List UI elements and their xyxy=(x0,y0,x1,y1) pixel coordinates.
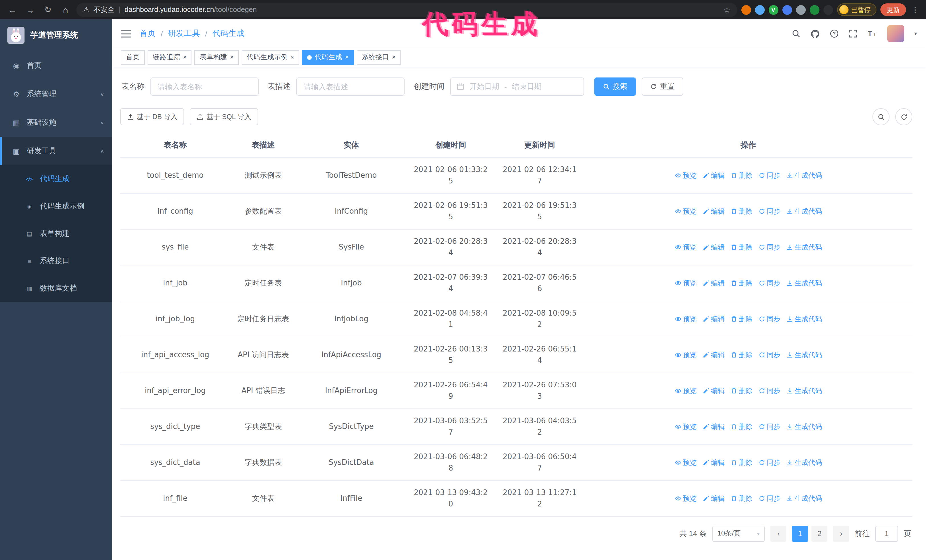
sidebar-subitem[interactable]: ▥ 数据库文档 xyxy=(0,275,112,302)
extension-icon[interactable] xyxy=(809,5,819,15)
preview-link[interactable]: 预览 xyxy=(675,457,697,468)
preview-link[interactable]: 预览 xyxy=(675,492,697,504)
sync-link[interactable]: 同步 xyxy=(758,313,781,325)
db-import-button[interactable]: 基于 DB 导入 xyxy=(120,108,185,125)
goto-page-input[interactable] xyxy=(875,525,898,542)
generate-code-link[interactable]: 生成代码 xyxy=(786,169,822,181)
sidebar-subitem[interactable]: </> 代码生成 xyxy=(0,165,112,193)
preview-link[interactable]: 预览 xyxy=(675,277,697,288)
sidebar-item[interactable]: ▦ 基础设施 ∨ xyxy=(0,108,112,137)
preview-link[interactable]: 预览 xyxy=(675,313,697,325)
delete-link[interactable]: 删除 xyxy=(730,349,752,360)
generate-code-link[interactable]: 生成代码 xyxy=(786,241,822,253)
page-number-button[interactable]: 1 xyxy=(792,525,808,542)
edit-link[interactable]: 编辑 xyxy=(702,421,725,432)
search-icon[interactable] xyxy=(792,29,801,38)
delete-link[interactable]: 删除 xyxy=(730,277,752,288)
browser-menu-icon[interactable]: ⋮ xyxy=(910,5,920,14)
generate-code-link[interactable]: 生成代码 xyxy=(786,313,822,325)
generate-code-link[interactable]: 生成代码 xyxy=(786,457,822,468)
breadcrumb-home[interactable]: 首页 xyxy=(139,29,156,39)
sync-link[interactable]: 同步 xyxy=(758,205,781,217)
page-number-button[interactable]: 2 xyxy=(811,525,828,542)
page-size-select[interactable]: 10条/页 ▾ xyxy=(712,525,765,542)
sync-link[interactable]: 同步 xyxy=(758,492,781,504)
delete-link[interactable]: 删除 xyxy=(730,457,752,468)
search-button[interactable]: 搜索 xyxy=(595,77,636,96)
sidebar-subitem[interactable]: ◈ 代码生成示例 xyxy=(0,193,112,220)
sync-link[interactable]: 同步 xyxy=(758,349,781,360)
chevron-down-icon[interactable]: ▾ xyxy=(914,31,917,36)
generate-code-link[interactable]: 生成代码 xyxy=(786,205,822,217)
home-button[interactable]: ⌂ xyxy=(59,3,73,17)
sql-import-button[interactable]: 基于 SQL 导入 xyxy=(190,108,258,125)
tab[interactable]: 代码生成 × xyxy=(302,50,354,65)
tab[interactable]: 首页 xyxy=(121,50,145,65)
sync-link[interactable]: 同步 xyxy=(758,277,781,288)
edit-link[interactable]: 编辑 xyxy=(702,205,725,217)
next-page-button[interactable]: › xyxy=(833,525,849,542)
close-icon[interactable]: × xyxy=(183,54,187,60)
sidebar-subitem[interactable]: ≡ 系统接口 xyxy=(0,247,112,275)
edit-link[interactable]: 编辑 xyxy=(702,313,725,325)
preview-link[interactable]: 预览 xyxy=(675,169,697,181)
generate-code-link[interactable]: 生成代码 xyxy=(786,492,822,504)
sync-link[interactable]: 同步 xyxy=(758,169,781,181)
hide-search-button[interactable] xyxy=(872,108,890,125)
sidebar-subitem[interactable]: ▤ 表单构建 xyxy=(0,220,112,247)
preview-link[interactable]: 预览 xyxy=(675,421,697,432)
browser-update-button[interactable]: 更新 xyxy=(881,3,906,16)
generate-code-link[interactable]: 生成代码 xyxy=(786,349,822,360)
app-logo[interactable]: 芋道管理系统 xyxy=(0,20,112,51)
preview-link[interactable]: 预览 xyxy=(675,385,697,396)
date-range-picker[interactable]: 开始日期 - 结束日期 xyxy=(450,77,584,96)
reload-button[interactable]: ↻ xyxy=(41,3,55,17)
tab[interactable]: 链路追踪 × xyxy=(148,50,192,65)
extension-icon[interactable]: V xyxy=(769,5,778,15)
font-size-icon[interactable]: T T xyxy=(868,29,878,38)
sync-link[interactable]: 同步 xyxy=(758,385,781,396)
sidebar-toggle-icon[interactable] xyxy=(121,29,131,38)
generate-code-link[interactable]: 生成代码 xyxy=(786,421,822,432)
sync-link[interactable]: 同步 xyxy=(758,421,781,432)
close-icon[interactable]: × xyxy=(230,54,234,60)
user-avatar[interactable] xyxy=(888,25,905,42)
extension-icon[interactable] xyxy=(823,5,833,15)
github-icon[interactable] xyxy=(811,29,820,38)
prev-page-button[interactable]: ‹ xyxy=(770,525,787,542)
edit-link[interactable]: 编辑 xyxy=(702,169,725,181)
help-icon[interactable]: ? xyxy=(830,29,839,38)
sync-link[interactable]: 同步 xyxy=(758,457,781,468)
tab[interactable]: 代码生成示例 × xyxy=(242,50,300,65)
sidebar-item[interactable]: ⚙ 系统管理 ∨ xyxy=(0,80,112,108)
delete-link[interactable]: 删除 xyxy=(730,241,752,253)
fullscreen-icon[interactable] xyxy=(849,29,858,38)
delete-link[interactable]: 删除 xyxy=(730,313,752,325)
edit-link[interactable]: 编辑 xyxy=(702,277,725,288)
sidebar-item[interactable]: ◉ 首页 xyxy=(0,51,112,80)
tab[interactable]: 表单构建 × xyxy=(195,50,239,65)
delete-link[interactable]: 删除 xyxy=(730,421,752,432)
edit-link[interactable]: 编辑 xyxy=(702,457,725,468)
extension-icon[interactable] xyxy=(796,5,805,15)
preview-link[interactable]: 预览 xyxy=(675,349,697,360)
edit-link[interactable]: 编辑 xyxy=(702,385,725,396)
delete-link[interactable]: 删除 xyxy=(730,169,752,181)
preview-link[interactable]: 预览 xyxy=(675,205,697,217)
delete-link[interactable]: 删除 xyxy=(730,385,752,396)
extension-icon[interactable] xyxy=(755,5,764,15)
extension-icon[interactable] xyxy=(741,5,751,15)
generate-code-link[interactable]: 生成代码 xyxy=(786,277,822,288)
reset-button[interactable]: 重置 xyxy=(642,77,683,96)
bookmark-star-icon[interactable]: ☆ xyxy=(724,5,730,14)
forward-button[interactable]: → xyxy=(23,3,37,17)
extension-icon[interactable] xyxy=(782,5,792,15)
edit-link[interactable]: 编辑 xyxy=(702,349,725,360)
tab[interactable]: 系统接口 × xyxy=(357,50,401,65)
delete-link[interactable]: 删除 xyxy=(730,492,752,504)
sync-link[interactable]: 同步 xyxy=(758,241,781,253)
back-button[interactable]: ← xyxy=(6,3,20,17)
breadcrumb-devtools[interactable]: 研发工具 xyxy=(168,29,200,39)
delete-link[interactable]: 删除 xyxy=(730,205,752,217)
refresh-button[interactable] xyxy=(895,108,912,125)
